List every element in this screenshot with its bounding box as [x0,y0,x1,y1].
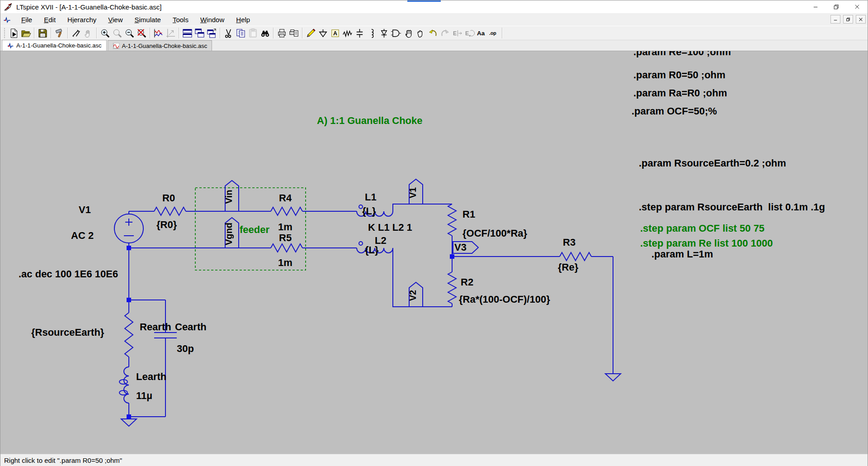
menu-simulate[interactable]: Simulate [129,14,167,25]
cut-button[interactable] [222,27,235,39]
waveform-button[interactable] [152,27,165,39]
text-button[interactable]: Aa [476,27,488,39]
diode-button[interactable] [378,27,390,39]
menu-view[interactable]: View [102,14,128,25]
directive-ocf[interactable]: .param OCF=50;% [632,105,717,117]
tab-waveform[interactable]: A-1-1-Guanella-Choke-basic.asc [108,40,212,51]
autorange-button[interactable] [165,27,177,39]
label-vgnd[interactable]: Vgnd [224,223,234,245]
voltage-source-v1[interactable] [114,214,143,243]
control-panel-button[interactable] [53,27,66,39]
label-v1-value[interactable]: AC 2 [71,230,94,241]
print-preview-button[interactable] [288,27,300,39]
label-r1-value[interactable]: {OCF/100*Ra} [462,228,528,239]
resistor-r0[interactable] [154,207,186,215]
menu-tools[interactable]: Tools [167,14,194,25]
rotate-button[interactable]: E [463,27,476,39]
label-cearth-name[interactable]: Cearth [175,321,207,333]
spice-directive-button[interactable]: .op [488,27,500,39]
resistor-r3[interactable] [560,252,591,261]
redo-button[interactable] [439,27,451,39]
label-feeder[interactable]: feeder [240,224,269,235]
find-button[interactable] [259,27,271,39]
open-button[interactable] [20,27,32,39]
directive-ra[interactable]: .param Ra=R0 ;ohm [633,87,727,99]
label-r4-name[interactable]: R4 [279,192,292,204]
halt-button[interactable] [82,27,94,39]
label-r1-name[interactable]: R1 [462,209,475,220]
print-button[interactable] [276,27,288,39]
label-rearth-name[interactable]: Rearth [140,321,171,333]
label-flag-v3[interactable]: V3 [454,242,467,253]
label-v1-name[interactable]: V1 [79,204,91,215]
drag-button[interactable] [415,27,427,39]
zoom-out-button[interactable] [123,27,136,39]
directive-r0[interactable]: .param R0=50 ;ohm [633,69,726,81]
menu-window[interactable]: Window [194,14,230,25]
resistor-r4[interactable] [271,207,302,215]
label-l2-value[interactable]: {L} [365,244,379,256]
toolbar-grip[interactable] [4,28,6,38]
label-r0-name[interactable]: R0 [162,192,175,204]
directive-rsourceearth[interactable]: .param RsourceEarth=0.2 ;ohm [639,157,786,169]
capacitor-cearth[interactable] [154,333,177,338]
label-l1-name[interactable]: L1 [365,191,377,203]
label-r0-value[interactable]: {R0} [156,219,177,230]
move-button[interactable] [402,27,415,39]
label-learth-name[interactable]: Learth [136,371,166,382]
inductor-learth[interactable] [119,367,129,403]
inductor-button[interactable] [366,27,378,39]
component-button[interactable] [390,27,402,39]
label-rsourceearth-value[interactable]: {RsourceEarth} [31,327,104,338]
directive-step-rsourceearth[interactable]: .step param RsourceEarth list 0.1m .1g [639,201,825,213]
close-button[interactable] [847,0,868,13]
directive-param-l[interactable]: .param L=1m [651,248,713,260]
directive-re-clipped[interactable]: .param Re=100 ;ohm [633,51,731,57]
save-button[interactable] [37,27,49,39]
menu-file[interactable]: File [15,14,38,25]
tile-horizontal-button[interactable] [181,27,193,39]
resistor-r5[interactable] [271,244,302,252]
label-l1-value[interactable]: {L} [362,205,376,217]
zoom-in-button[interactable] [99,27,111,39]
paste-button[interactable] [247,27,259,39]
net-label-button[interactable]: A [329,27,341,39]
resistor-r2[interactable] [448,272,456,304]
copy-button[interactable] [235,27,247,39]
resistor-r1[interactable] [448,204,456,236]
label-k-directive[interactable]: K L1 L2 1 [368,222,412,233]
label-ac-directive[interactable]: .ac dec 100 1E6 10E6 [19,268,118,280]
mdi-restore-button[interactable] [843,15,853,24]
undo-button[interactable] [427,27,439,39]
menu-help[interactable]: Help [230,14,256,25]
minimize-button[interactable] [805,0,826,13]
directive-step-ocf[interactable]: .step param OCF list 50 75 [640,223,764,234]
label-r5-name[interactable]: R5 [279,232,292,243]
mdi-close-button[interactable] [856,15,866,24]
run-button[interactable] [70,27,82,39]
mdi-minimize-button[interactable] [830,15,840,24]
label-r2-value[interactable]: {Ra*(100-OCF)/100} [459,294,550,305]
capacitor-button[interactable] [354,27,366,39]
label-flag-v1[interactable]: V1 [408,187,418,198]
label-vin[interactable]: Vin [224,190,234,204]
zoom-full-extents-button[interactable] [136,27,148,39]
menu-hierarchy[interactable]: Hierarchy [61,14,102,25]
label-r5-value[interactable]: 1m [278,257,292,268]
label-learth-value[interactable]: 11µ [136,390,152,401]
label-r3-name[interactable]: R3 [563,237,576,248]
resistor-rsourceearth[interactable] [125,313,133,357]
zoom-back-button[interactable] [111,27,123,39]
tab-schematic[interactable]: A-1-1-Guanella-Choke-basic.asc [2,40,107,51]
label-flag-v2[interactable]: V2 [408,290,418,301]
new-schematic-button[interactable] [8,27,20,39]
label-cearth-value[interactable]: 30p [177,343,194,354]
label-r3-value[interactable]: {Re} [558,262,579,273]
schematic-canvas[interactable]: A) 1:1 Guanella Choke V1 AC 2 R0 {R0} Vi… [0,51,868,454]
mirror-button[interactable]: E [451,27,463,39]
ground-button[interactable] [317,27,329,39]
wire-button[interactable] [305,27,317,39]
menu-edit[interactable]: Edit [38,14,61,25]
label-r2-name[interactable]: R2 [461,276,473,288]
resistor-button[interactable] [341,27,354,39]
